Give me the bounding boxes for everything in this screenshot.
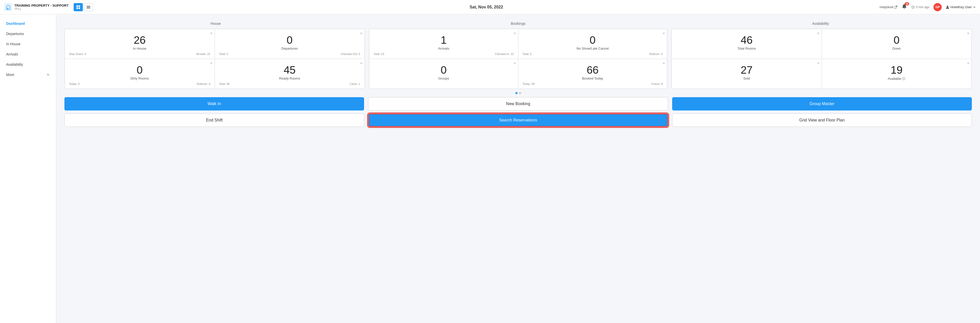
dirty-rooms-stat-today: Today: 0 (69, 82, 80, 86)
sold-card: ≡ 27 Sold (671, 59, 822, 89)
action-row-2: End Shift Search Reservations Grid View … (64, 113, 972, 127)
ready-rooms-stat-total: Total: 46 (219, 82, 230, 86)
in-house-filter-icon[interactable]: ≡ (210, 31, 212, 35)
in-house-stat-stayovers: Stay Overs: 4 (69, 53, 86, 56)
total-rooms-filter-icon[interactable]: ≡ (817, 31, 819, 35)
view-toggle (74, 3, 93, 11)
app-header: TRAINING PROPERTY - SUPPORT TP11 Sat, No… (0, 0, 980, 14)
property-logo: TRAINING PROPERTY - SUPPORT TP11 (4, 3, 68, 11)
header-right-section: Helpdesk 36 0 min ago GP HotelKey User (880, 3, 976, 11)
helpdesk-button[interactable]: Helpdesk (880, 5, 897, 9)
departures-card: ≡ 0 Departures Total: 5 Checked Out: 5 (215, 29, 365, 59)
booked-today-stats: Today: 58 Future: 8 (523, 82, 663, 86)
arrivals-filter-icon[interactable]: ≡ (514, 31, 516, 35)
grid-view-floor-plan-button[interactable]: Grid View and Floor Plan (672, 113, 972, 127)
sidebar-item-more[interactable]: More (0, 70, 56, 80)
sidebar-more-label: More (6, 73, 14, 77)
booked-today-stat-future: Future: 8 (651, 82, 663, 86)
ready-rooms-card: ≡ 45 Ready Rooms Total: 46 Clean: 1 (215, 59, 365, 89)
sold-number: 27 (676, 64, 818, 76)
action-row-1: Walk In New Booking Group Master (64, 97, 972, 110)
down-filter-icon[interactable]: ≡ (967, 31, 969, 35)
sidebar-item-departures[interactable]: Departures (0, 29, 56, 39)
search-reservations-button[interactable]: Search Reservations (368, 113, 668, 127)
svg-rect-3 (76, 7, 78, 9)
dot-2[interactable] (519, 92, 521, 94)
dot-1[interactable] (515, 92, 517, 94)
ready-rooms-stat-clean: Clean: 1 (350, 82, 360, 86)
noshow-stat-total: Total: 0 (523, 53, 531, 56)
total-rooms-number: 46 (676, 34, 818, 46)
noshow-filter-icon[interactable]: ≡ (663, 31, 665, 35)
booked-today-stat-today: Today: 58 (523, 82, 535, 86)
dirty-rooms-label: Dirty Rooms (69, 76, 210, 80)
departures-stat-checkedout: Checked Out: 5 (341, 53, 360, 56)
list-view-toggle[interactable] (84, 3, 93, 11)
down-number: 0 (826, 34, 967, 46)
bookings-cards: ≡ 1 Arrivals Total: 23 Checked In: 22 ≡ … (369, 29, 667, 89)
property-code: TP11 (14, 7, 68, 11)
property-info: TRAINING PROPERTY - SUPPORT TP11 (14, 3, 68, 11)
house-section-header: House (64, 21, 367, 27)
svg-point-9 (947, 6, 948, 7)
availability-section-header: Availability (669, 21, 972, 27)
walk-in-button[interactable]: Walk In (64, 97, 364, 110)
groups-number: 0 (374, 64, 514, 76)
bookings-section-header: Bookings (367, 21, 669, 27)
svg-rect-5 (87, 6, 90, 6)
sidebar-item-availability[interactable]: Availability (0, 59, 56, 70)
property-name: TRAINING PROPERTY - SUPPORT (14, 3, 68, 7)
down-label: Down (826, 46, 967, 50)
sync-status: 0 min ago (911, 5, 929, 9)
in-house-stat-arrivals: Arrivals: 22 (196, 53, 210, 56)
arrivals-label: Arrivals (374, 46, 514, 50)
dirty-rooms-stats: Today: 0 Rollover: 0 (69, 82, 210, 86)
in-house-card: ≡ 26 In House Stay Overs: 4 Arrivals: 22 (65, 29, 215, 59)
svg-rect-6 (87, 7, 90, 7)
svg-rect-1 (76, 5, 78, 7)
arrivals-number: 1 (374, 34, 514, 46)
house-cards: ≡ 26 In House Stay Overs: 4 Arrivals: 22… (64, 29, 365, 89)
available-card: ≡ 19 Available ⓘ (822, 59, 972, 89)
in-house-number: 26 (69, 34, 210, 46)
ready-rooms-number: 45 (219, 64, 361, 76)
sold-label: Sold (676, 76, 818, 80)
ready-rooms-label: Ready Rooms (219, 76, 361, 80)
noshow-label: No Show/Late Cancel (523, 46, 663, 50)
total-rooms-label: Total Rooms (676, 46, 818, 50)
sidebar-item-arrivals[interactable]: Arrivals (0, 49, 56, 59)
dirty-rooms-number: 0 (69, 64, 210, 76)
booked-today-filter-icon[interactable]: ≡ (663, 61, 665, 65)
available-filter-icon[interactable]: ≡ (967, 61, 969, 65)
arrivals-card: ≡ 1 Arrivals Total: 23 Checked In: 22 (369, 29, 518, 59)
ready-rooms-stats: Total: 46 Clean: 1 (219, 82, 361, 86)
arrivals-stats: Total: 23 Checked In: 22 (374, 53, 514, 56)
notification-bell[interactable]: 36 (902, 4, 907, 11)
departures-stats: Total: 5 Checked Out: 5 (219, 53, 361, 56)
departures-filter-icon[interactable]: ≡ (360, 31, 362, 35)
booked-today-number: 66 (523, 64, 663, 76)
end-shift-button[interactable]: End Shift (64, 113, 364, 127)
noshow-card: ≡ 0 No Show/Late Cancel Total: 0 Rollove… (518, 29, 667, 59)
main-content: House Bookings Availability ≡ 26 In Hous… (56, 14, 980, 323)
groups-filter-icon[interactable]: ≡ (514, 61, 516, 65)
svg-rect-4 (78, 7, 80, 9)
booked-today-card: ≡ 66 Booked Today Today: 58 Future: 8 (518, 59, 667, 89)
total-rooms-card: ≡ 46 Total Rooms (671, 29, 822, 59)
sidebar-item-dashboard[interactable]: Dashboard (0, 18, 56, 29)
user-menu[interactable]: HotelKey User (946, 5, 976, 9)
group-master-button[interactable]: Group Master (672, 97, 972, 110)
noshow-stat-rollover: Rollover: 0 (649, 53, 663, 56)
groups-label: Groups (374, 76, 514, 80)
ready-rooms-filter-icon[interactable]: ≡ (360, 61, 362, 65)
in-house-stats: Stay Overs: 4 Arrivals: 22 (69, 53, 210, 56)
grid-view-toggle[interactable] (74, 3, 83, 11)
sidebar-item-inhouse[interactable]: In House (0, 39, 56, 49)
svg-rect-7 (87, 8, 90, 8)
sidebar: Dashboard Departures In House Arrivals A… (0, 14, 56, 323)
sold-filter-icon[interactable]: ≡ (817, 61, 819, 65)
departures-label: Departures (219, 46, 361, 50)
new-booking-button[interactable]: New Booking (368, 97, 668, 110)
dirty-rooms-filter-icon[interactable]: ≡ (210, 61, 212, 65)
section-headers: House Bookings Availability (64, 21, 972, 27)
